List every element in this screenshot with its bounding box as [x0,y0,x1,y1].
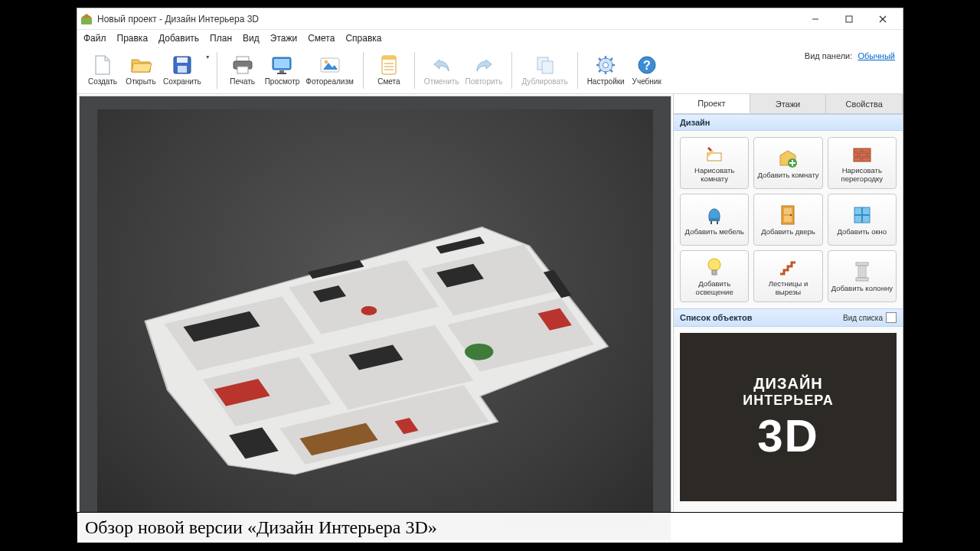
close-button[interactable] [866,8,900,30]
menu-plan[interactable]: План [210,33,232,44]
svg-rect-25 [542,61,553,73]
panel-mode-link[interactable]: Обычный [858,51,895,60]
add-room-button[interactable]: Добавить комнату [753,137,822,189]
duplicate-button[interactable]: Дублировать [518,50,570,91]
brick-wall-icon [851,143,873,165]
minimize-button[interactable] [799,8,832,30]
panel-mode: Вид панели: Обычный [805,51,895,60]
save-button[interactable]: Сохранить [160,50,204,91]
objects-section-header: Список объектов Вид списка [674,308,903,327]
3d-viewport[interactable] [79,96,671,541]
svg-rect-66 [867,153,871,157]
maximize-button[interactable] [832,8,866,30]
svg-rect-15 [277,73,286,74]
tab-project[interactable]: Проект [674,94,750,113]
estimate-button[interactable]: Смета [370,50,408,91]
menu-add[interactable]: Добавить [158,33,199,44]
add-furniture-button[interactable]: Добавить мебель [680,194,749,246]
bulb-icon [704,256,725,278]
titlebar: Новый проект - Дизайн Интерьера 3D [77,8,903,30]
list-view-mode[interactable]: Вид списка [843,312,897,323]
svg-rect-8 [178,66,187,73]
tab-properties[interactable]: Свойства [826,94,903,113]
svg-rect-63 [862,148,871,152]
svg-rect-11 [237,67,248,73]
window-title: Новый проект - Дизайн Интерьера 3D [97,14,259,24]
add-column-button[interactable]: Добавить колонну [828,250,897,302]
print-button[interactable]: Печать [224,50,262,91]
svg-rect-9 [237,57,249,61]
menu-edit[interactable]: Правка [117,33,149,44]
svg-line-34 [610,58,612,60]
undo-button[interactable]: Отменить [421,50,462,91]
svg-rect-73 [784,208,792,214]
svg-rect-0 [81,18,92,24]
svg-marker-1 [81,14,92,18]
app-window: Новый проект - Дизайн Интерьера 3D Файл … [77,8,903,543]
monitor-icon [271,54,292,76]
svg-point-18 [324,60,327,64]
open-button[interactable]: Открыть [122,50,160,91]
svg-point-27 [603,63,609,68]
menu-estimate[interactable]: Смета [308,33,335,44]
new-file-icon [92,54,113,76]
save-dropdown-icon[interactable]: ▼ [205,54,211,60]
settings-button[interactable]: Настройки [584,50,628,91]
create-button[interactable]: Создать [83,50,122,91]
add-room-icon [777,148,799,169]
draw-room-button[interactable]: Нарисовать комнату [680,137,749,189]
preview-button[interactable]: Просмотр [262,50,303,91]
svg-rect-64 [854,153,858,157]
draw-partition-button[interactable]: Нарисовать перегородку [828,137,897,189]
svg-line-32 [599,58,601,60]
add-window-button[interactable]: Добавить окно [828,194,897,246]
list-view-icon [886,312,897,323]
svg-rect-14 [279,70,284,73]
side-tabs: Проект Этажи Свойства [674,94,903,114]
svg-line-33 [610,70,612,72]
menubar: Файл Правка Добавить План Вид Этажи Смет… [77,30,903,47]
duplicate-icon [534,54,556,76]
undo-icon [431,54,452,76]
door-icon [777,204,799,226]
estimate-icon [378,54,400,76]
add-lighting-button[interactable]: Добавить освещение [680,250,749,302]
render-canvas [97,109,653,527]
video-caption: Обзор новой версии «Дизайн Интерьера 3D» [77,512,903,543]
folder-open-icon [130,54,152,76]
side-panel: Проект Этажи Свойства Дизайн Нарисовать … [673,94,903,543]
svg-text:?: ? [643,59,651,72]
svg-rect-86 [856,278,868,281]
window-icon [851,204,873,226]
svg-rect-13 [274,59,289,68]
stairs-cuts-button[interactable]: Лестницы и вырезы [753,250,822,302]
svg-rect-69 [709,219,720,221]
tab-floors[interactable]: Этажи [750,94,827,113]
svg-rect-81 [856,262,868,266]
svg-rect-3 [846,16,852,22]
tutorial-button[interactable]: ? Учебник [628,50,666,91]
redo-icon [473,54,495,76]
menu-help[interactable]: Справка [345,33,381,44]
svg-rect-80 [712,270,717,275]
pencil-room-icon [704,143,725,165]
photorealism-button[interactable]: Фотореализм [302,50,357,91]
help-icon: ? [636,54,658,76]
svg-rect-20 [382,56,396,60]
svg-point-79 [708,259,720,271]
svg-rect-67 [854,158,861,161]
menu-file[interactable]: Файл [83,33,106,44]
add-door-button[interactable]: Добавить дверь [753,194,822,246]
design-section-header: Дизайн [674,114,903,131]
redo-button[interactable]: Повторить [462,50,506,91]
render-icon [319,54,341,76]
chair-icon [704,204,725,226]
svg-point-75 [790,214,792,216]
svg-rect-7 [177,57,188,63]
column-icon [851,261,873,282]
gear-icon [595,54,616,76]
app-icon [80,13,93,25]
stairs-icon [777,256,799,278]
menu-floors[interactable]: Этажи [270,33,297,44]
menu-view[interactable]: Вид [243,33,260,44]
